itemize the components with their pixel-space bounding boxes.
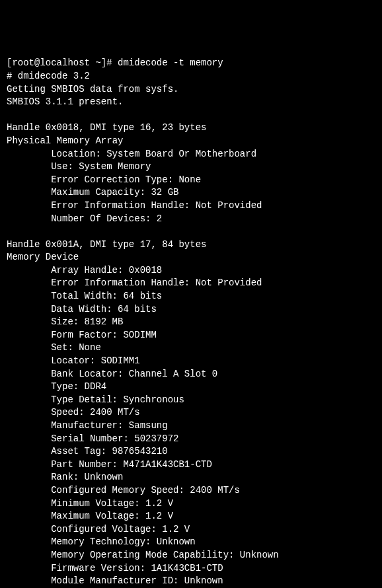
- header-line: Getting SMBIOS data from sysfs.: [7, 84, 178, 94]
- field-line: Type Detail: Synchronous: [7, 394, 184, 407]
- field-line: Configured Voltage: 1.2 V: [7, 523, 190, 536]
- field-line: Array Handle: 0x0018: [7, 264, 162, 277]
- field-line: Number Of Devices: 2: [7, 213, 162, 226]
- field-line: Serial Number: 50237972: [7, 433, 178, 446]
- header-line: SMBIOS 3.1.1 present.: [7, 96, 123, 107]
- handle-title: Handle 0x0018, DMI type 16, 23 bytes: [7, 122, 206, 133]
- field-line: Memory Operating Mode Capability: Unknow…: [7, 549, 279, 562]
- field-line: Locator: SODIMM1: [7, 355, 140, 368]
- field-line: Part Number: M471A1K43CB1-CTD: [7, 459, 212, 472]
- field-line: Manufacturer: Samsung: [7, 420, 168, 433]
- field-line: Set: None: [7, 342, 101, 355]
- field-line: Configured Memory Speed: 2400 MT/s: [7, 484, 240, 497]
- field-line: Type: DDR4: [7, 381, 106, 394]
- field-line: Total Width: 64 bits: [7, 290, 162, 303]
- field-line: Maximum Voltage: 1.2 V: [7, 510, 173, 523]
- terminal-output: [root@localhost ~]# dmidecode -t memory …: [7, 57, 375, 588]
- field-line: Asset Tag: 9876543210: [7, 445, 168, 459]
- field-line: Memory Technology: Unknown: [7, 536, 196, 549]
- shell-prompt: [root@localhost ~]#: [7, 57, 118, 68]
- field-line: Speed: 2400 MT/s: [7, 406, 140, 420]
- field-line: Error Information Handle: Not Provided: [7, 277, 262, 290]
- field-line: Location: System Board Or Motherboard: [7, 148, 256, 161]
- header-line: # dmidecode 3.2: [7, 71, 90, 81]
- field-line: Maximum Capacity: 32 GB: [7, 186, 178, 200]
- field-line: Use: System Memory: [7, 161, 151, 174]
- field-line: Firmware Version: 1A1K43CB1-CTD: [7, 562, 223, 575]
- section-name: Physical Memory Array: [7, 135, 123, 146]
- command-text: dmidecode -t memory: [118, 57, 223, 68]
- field-line: Size: 8192 MB: [7, 316, 123, 329]
- field-line: Form Factor: SODIMM: [7, 329, 157, 342]
- field-line: Error Correction Type: None: [7, 174, 201, 187]
- section-name: Memory Device: [7, 252, 79, 262]
- field-line: Minimum Voltage: 1.2 V: [7, 497, 173, 511]
- field-line: Bank Locator: Channel A Slot 0: [7, 368, 217, 381]
- field-line: Error Information Handle: Not Provided: [7, 200, 262, 213]
- field-line: Data Width: 64 bits: [7, 303, 157, 316]
- field-line: Rank: Unknown: [7, 471, 123, 484]
- handle-title: Handle 0x001A, DMI type 17, 84 bytes: [7, 239, 206, 250]
- field-line: Module Manufacturer ID: Unknown: [7, 575, 223, 588]
